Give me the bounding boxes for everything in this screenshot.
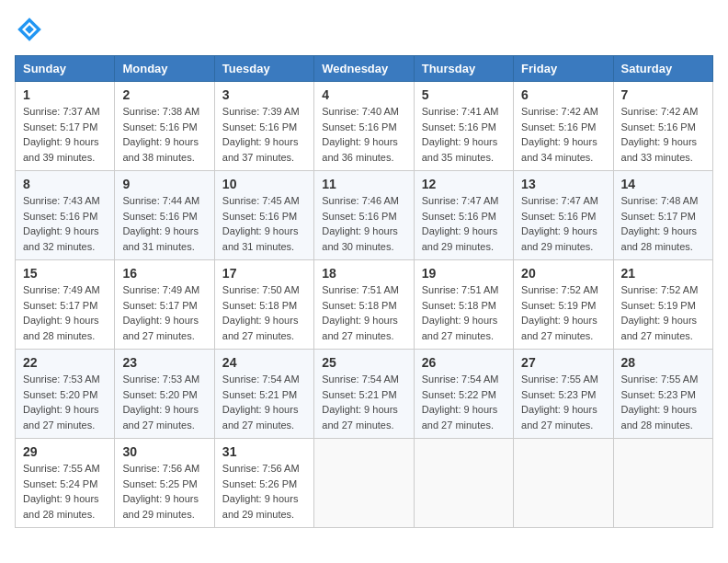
weekday-header: Saturday: [613, 56, 712, 82]
day-number: 25: [322, 355, 405, 370]
calendar-cell: 21Sunrise: 7:52 AMSunset: 5:19 PMDayligh…: [613, 260, 712, 350]
calendar-cell: [414, 439, 513, 528]
logo-icon: [15, 15, 44, 44]
day-number: 30: [122, 444, 206, 459]
day-info: Sunrise: 7:48 AMSunset: 5:17 PMDaylight:…: [621, 193, 705, 254]
calendar-cell: 13Sunrise: 7:47 AMSunset: 5:16 PMDayligh…: [514, 171, 613, 260]
day-number: 12: [422, 177, 506, 191]
day-number: 8: [23, 177, 107, 191]
day-number: 14: [621, 177, 705, 191]
day-number: 11: [322, 177, 405, 191]
calendar-cell: 24Sunrise: 7:54 AMSunset: 5:21 PMDayligh…: [214, 350, 313, 439]
calendar-cell: 31Sunrise: 7:56 AMSunset: 5:26 PMDayligh…: [214, 439, 313, 528]
calendar-cell: 17Sunrise: 7:50 AMSunset: 5:18 PMDayligh…: [214, 260, 313, 350]
calendar-cell: 6Sunrise: 7:42 AMSunset: 5:16 PMDaylight…: [514, 82, 613, 171]
day-number: 3: [222, 87, 306, 102]
calendar-cell: 12Sunrise: 7:47 AMSunset: 5:16 PMDayligh…: [414, 171, 513, 260]
day-info: Sunrise: 7:37 AMSunset: 5:17 PMDaylight:…: [23, 104, 107, 165]
day-info: Sunrise: 7:47 AMSunset: 5:16 PMDaylight:…: [521, 193, 605, 254]
calendar-cell: 27Sunrise: 7:55 AMSunset: 5:23 PMDayligh…: [514, 350, 613, 439]
day-number: 2: [122, 87, 206, 102]
day-number: 27: [521, 355, 605, 370]
weekday-header: Friday: [514, 56, 613, 82]
day-info: Sunrise: 7:51 AMSunset: 5:18 PMDaylight:…: [322, 282, 405, 343]
calendar-cell: 26Sunrise: 7:54 AMSunset: 5:22 PMDayligh…: [414, 350, 513, 439]
day-info: Sunrise: 7:54 AMSunset: 5:21 PMDaylight:…: [222, 372, 306, 432]
calendar-cell: 18Sunrise: 7:51 AMSunset: 5:18 PMDayligh…: [314, 260, 414, 350]
day-number: 19: [422, 266, 506, 281]
day-info: Sunrise: 7:51 AMSunset: 5:18 PMDaylight:…: [422, 282, 506, 343]
weekday-header: Wednesday: [314, 56, 414, 82]
calendar-header: SundayMondayTuesdayWednesdayThursdayFrid…: [16, 56, 713, 82]
page-container: SundayMondayTuesdayWednesdayThursdayFrid…: [15, 15, 713, 528]
calendar-cell: 11Sunrise: 7:46 AMSunset: 5:16 PMDayligh…: [314, 171, 414, 260]
calendar-cell: 22Sunrise: 7:53 AMSunset: 5:20 PMDayligh…: [16, 350, 115, 439]
day-info: Sunrise: 7:55 AMSunset: 5:23 PMDaylight:…: [521, 372, 605, 432]
calendar-week-row: 22Sunrise: 7:53 AMSunset: 5:20 PMDayligh…: [16, 350, 713, 439]
day-info: Sunrise: 7:50 AMSunset: 5:18 PMDaylight:…: [222, 282, 306, 343]
day-info: Sunrise: 7:41 AMSunset: 5:16 PMDaylight:…: [422, 104, 506, 165]
day-info: Sunrise: 7:49 AMSunset: 5:17 PMDaylight:…: [23, 282, 107, 343]
day-number: 4: [322, 87, 405, 102]
calendar-cell: 9Sunrise: 7:44 AMSunset: 5:16 PMDaylight…: [115, 171, 214, 260]
calendar-cell: 30Sunrise: 7:56 AMSunset: 5:25 PMDayligh…: [115, 439, 214, 528]
day-number: 21: [621, 266, 705, 281]
calendar-cell: 25Sunrise: 7:54 AMSunset: 5:21 PMDayligh…: [314, 350, 414, 439]
day-info: Sunrise: 7:39 AMSunset: 5:16 PMDaylight:…: [222, 104, 306, 165]
day-number: 29: [23, 444, 107, 459]
calendar-cell: 29Sunrise: 7:55 AMSunset: 5:24 PMDayligh…: [16, 439, 115, 528]
weekday-row: SundayMondayTuesdayWednesdayThursdayFrid…: [16, 56, 713, 82]
weekday-header: Thursday: [414, 56, 513, 82]
calendar-cell: 16Sunrise: 7:49 AMSunset: 5:17 PMDayligh…: [115, 260, 214, 350]
calendar-cell: 5Sunrise: 7:41 AMSunset: 5:16 PMDaylight…: [414, 82, 513, 171]
day-info: Sunrise: 7:53 AMSunset: 5:20 PMDaylight:…: [122, 372, 206, 432]
weekday-header: Tuesday: [214, 56, 313, 82]
calendar-cell: 28Sunrise: 7:55 AMSunset: 5:23 PMDayligh…: [613, 350, 712, 439]
day-info: Sunrise: 7:56 AMSunset: 5:25 PMDaylight:…: [122, 461, 206, 522]
calendar-cell: 20Sunrise: 7:52 AMSunset: 5:19 PMDayligh…: [514, 260, 613, 350]
logo: [15, 15, 48, 44]
day-info: Sunrise: 7:53 AMSunset: 5:20 PMDaylight:…: [23, 372, 107, 432]
day-number: 10: [222, 177, 306, 191]
day-number: 6: [521, 87, 605, 102]
calendar-cell: [514, 439, 613, 528]
weekday-header: Sunday: [16, 56, 115, 82]
calendar-cell: 1Sunrise: 7:37 AMSunset: 5:17 PMDaylight…: [16, 82, 115, 171]
day-info: Sunrise: 7:54 AMSunset: 5:21 PMDaylight:…: [322, 372, 405, 432]
calendar-cell: 14Sunrise: 7:48 AMSunset: 5:17 PMDayligh…: [613, 171, 712, 260]
day-number: 22: [23, 355, 107, 370]
day-info: Sunrise: 7:56 AMSunset: 5:26 PMDaylight:…: [222, 461, 306, 522]
weekday-header: Monday: [115, 56, 214, 82]
day-info: Sunrise: 7:47 AMSunset: 5:16 PMDaylight:…: [422, 193, 506, 254]
day-number: 1: [23, 87, 107, 102]
calendar-cell: 15Sunrise: 7:49 AMSunset: 5:17 PMDayligh…: [16, 260, 115, 350]
calendar-cell: [613, 439, 712, 528]
day-number: 15: [23, 266, 107, 281]
calendar-cell: [314, 439, 414, 528]
calendar-cell: 8Sunrise: 7:43 AMSunset: 5:16 PMDaylight…: [16, 171, 115, 260]
day-info: Sunrise: 7:42 AMSunset: 5:16 PMDaylight:…: [521, 104, 605, 165]
day-info: Sunrise: 7:52 AMSunset: 5:19 PMDaylight:…: [621, 282, 705, 343]
day-info: Sunrise: 7:40 AMSunset: 5:16 PMDaylight:…: [322, 104, 405, 165]
day-info: Sunrise: 7:46 AMSunset: 5:16 PMDaylight:…: [322, 193, 405, 254]
day-number: 18: [322, 266, 405, 281]
day-number: 16: [122, 266, 206, 281]
calendar-cell: 19Sunrise: 7:51 AMSunset: 5:18 PMDayligh…: [414, 260, 513, 350]
calendar-week-row: 1Sunrise: 7:37 AMSunset: 5:17 PMDaylight…: [16, 82, 713, 171]
day-info: Sunrise: 7:49 AMSunset: 5:17 PMDaylight:…: [122, 282, 206, 343]
calendar-week-row: 29Sunrise: 7:55 AMSunset: 5:24 PMDayligh…: [16, 439, 713, 528]
day-number: 9: [122, 177, 206, 191]
day-info: Sunrise: 7:52 AMSunset: 5:19 PMDaylight:…: [521, 282, 605, 343]
calendar-cell: 4Sunrise: 7:40 AMSunset: 5:16 PMDaylight…: [314, 82, 414, 171]
day-info: Sunrise: 7:45 AMSunset: 5:16 PMDaylight:…: [222, 193, 306, 254]
calendar-week-row: 8Sunrise: 7:43 AMSunset: 5:16 PMDaylight…: [16, 171, 713, 260]
calendar-week-row: 15Sunrise: 7:49 AMSunset: 5:17 PMDayligh…: [16, 260, 713, 350]
day-number: 28: [621, 355, 705, 370]
calendar-cell: 2Sunrise: 7:38 AMSunset: 5:16 PMDaylight…: [115, 82, 214, 171]
calendar-cell: 3Sunrise: 7:39 AMSunset: 5:16 PMDaylight…: [214, 82, 313, 171]
day-info: Sunrise: 7:55 AMSunset: 5:24 PMDaylight:…: [23, 461, 107, 522]
day-number: 26: [422, 355, 506, 370]
day-number: 20: [521, 266, 605, 281]
day-number: 13: [521, 177, 605, 191]
calendar-cell: 7Sunrise: 7:42 AMSunset: 5:16 PMDaylight…: [613, 82, 712, 171]
